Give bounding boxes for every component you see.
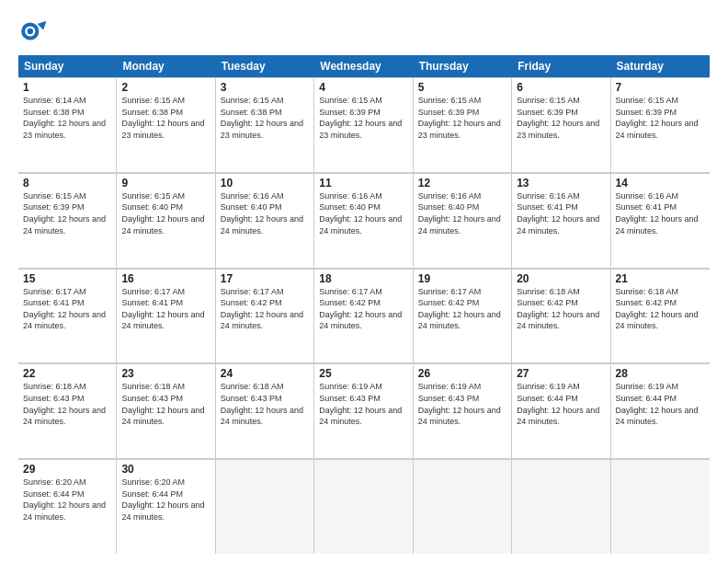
calendar-cell: 21 Sunrise: 6:18 AM Sunset: 6:42 PM Dayl… — [611, 269, 710, 363]
day-number: 11 — [319, 177, 407, 190]
day-number: 28 — [616, 367, 705, 380]
day-info: Sunrise: 6:20 AM Sunset: 6:44 PM Dayligh… — [121, 477, 210, 523]
calendar: SundayMondayTuesdayWednesdayThursdayFrid… — [18, 55, 710, 554]
day-info: Sunrise: 6:18 AM Sunset: 6:42 PM Dayligh… — [517, 286, 605, 332]
day-number: 26 — [418, 367, 506, 380]
day-number: 3 — [221, 81, 309, 94]
day-info: Sunrise: 6:15 AM Sunset: 6:39 PM Dayligh… — [23, 190, 111, 236]
calendar-cell — [216, 459, 314, 554]
logo — [18, 17, 51, 46]
day-info: Sunrise: 6:17 AM Sunset: 6:41 PM Dayligh… — [121, 286, 210, 332]
day-number: 6 — [517, 81, 605, 94]
day-info: Sunrise: 6:16 AM Sunset: 6:41 PM Dayligh… — [616, 190, 705, 236]
day-number: 21 — [616, 272, 705, 285]
calendar-row-5: 29 Sunrise: 6:20 AM Sunset: 6:44 PM Dayl… — [18, 459, 710, 554]
day-info: Sunrise: 6:15 AM Sunset: 6:39 PM Dayligh… — [319, 95, 407, 141]
day-info: Sunrise: 6:18 AM Sunset: 6:42 PM Dayligh… — [616, 286, 705, 332]
calendar-cell: 8 Sunrise: 6:15 AM Sunset: 6:39 PM Dayli… — [18, 173, 117, 268]
day-number: 15 — [23, 272, 111, 285]
day-info: Sunrise: 6:17 AM Sunset: 6:42 PM Dayligh… — [221, 286, 309, 332]
logo-icon — [18, 17, 48, 46]
calendar-cell: 11 Sunrise: 6:16 AM Sunset: 6:40 PM Dayl… — [314, 173, 413, 268]
day-number: 7 — [616, 81, 705, 94]
calendar-cell: 5 Sunrise: 6:15 AM Sunset: 6:39 PM Dayli… — [414, 77, 512, 172]
day-info: Sunrise: 6:15 AM Sunset: 6:39 PM Dayligh… — [418, 95, 506, 141]
day-number: 14 — [616, 177, 705, 190]
calendar-cell: 23 Sunrise: 6:18 AM Sunset: 6:43 PM Dayl… — [117, 363, 215, 458]
calendar-cell: 30 Sunrise: 6:20 AM Sunset: 6:44 PM Dayl… — [117, 459, 215, 554]
header-day-monday: Monday — [117, 55, 215, 77]
calendar-cell: 28 Sunrise: 6:19 AM Sunset: 6:44 PM Dayl… — [611, 363, 710, 458]
day-info: Sunrise: 6:18 AM Sunset: 6:43 PM Dayligh… — [23, 381, 111, 427]
calendar-cell: 29 Sunrise: 6:20 AM Sunset: 6:44 PM Dayl… — [18, 459, 117, 554]
header-day-sunday: Sunday — [18, 55, 117, 77]
header-day-friday: Friday — [512, 55, 610, 77]
header-day-thursday: Thursday — [414, 55, 512, 77]
day-number: 16 — [121, 272, 210, 285]
day-number: 2 — [121, 81, 210, 94]
day-number: 10 — [221, 177, 309, 190]
calendar-cell: 2 Sunrise: 6:15 AM Sunset: 6:38 PM Dayli… — [117, 77, 215, 172]
calendar-cell: 15 Sunrise: 6:17 AM Sunset: 6:41 PM Dayl… — [18, 269, 117, 363]
day-number: 4 — [319, 81, 407, 94]
calendar-cell: 7 Sunrise: 6:15 AM Sunset: 6:39 PM Dayli… — [611, 77, 710, 172]
day-info: Sunrise: 6:16 AM Sunset: 6:40 PM Dayligh… — [221, 190, 309, 236]
day-info: Sunrise: 6:18 AM Sunset: 6:43 PM Dayligh… — [121, 381, 210, 427]
day-number: 27 — [517, 367, 605, 380]
day-number: 25 — [319, 367, 407, 380]
calendar-cell: 3 Sunrise: 6:15 AM Sunset: 6:38 PM Dayli… — [216, 77, 314, 172]
calendar-cell — [512, 459, 610, 554]
calendar-cell — [314, 459, 413, 554]
day-info: Sunrise: 6:17 AM Sunset: 6:42 PM Dayligh… — [319, 286, 407, 332]
day-info: Sunrise: 6:17 AM Sunset: 6:42 PM Dayligh… — [418, 286, 506, 332]
day-number: 19 — [418, 272, 506, 285]
day-number: 5 — [418, 81, 506, 94]
calendar-cell: 14 Sunrise: 6:16 AM Sunset: 6:41 PM Dayl… — [611, 173, 710, 268]
day-info: Sunrise: 6:15 AM Sunset: 6:39 PM Dayligh… — [517, 95, 605, 141]
calendar-cell: 12 Sunrise: 6:16 AM Sunset: 6:40 PM Dayl… — [414, 173, 512, 268]
day-info: Sunrise: 6:17 AM Sunset: 6:41 PM Dayligh… — [23, 286, 111, 332]
calendar-cell: 17 Sunrise: 6:17 AM Sunset: 6:42 PM Dayl… — [216, 269, 314, 363]
calendar-cell: 19 Sunrise: 6:17 AM Sunset: 6:42 PM Dayl… — [414, 269, 512, 363]
day-number: 13 — [517, 177, 605, 190]
day-info: Sunrise: 6:14 AM Sunset: 6:38 PM Dayligh… — [23, 95, 111, 141]
calendar-cell: 27 Sunrise: 6:19 AM Sunset: 6:44 PM Dayl… — [512, 363, 610, 458]
day-number: 17 — [221, 272, 309, 285]
calendar-cell: 26 Sunrise: 6:19 AM Sunset: 6:43 PM Dayl… — [414, 363, 512, 458]
header — [18, 17, 710, 46]
calendar-cell: 20 Sunrise: 6:18 AM Sunset: 6:42 PM Dayl… — [512, 269, 610, 363]
day-info: Sunrise: 6:15 AM Sunset: 6:38 PM Dayligh… — [121, 95, 210, 141]
page: SundayMondayTuesdayWednesdayThursdayFrid… — [0, 0, 728, 563]
day-info: Sunrise: 6:19 AM Sunset: 6:43 PM Dayligh… — [418, 381, 506, 427]
day-number: 18 — [319, 272, 407, 285]
day-info: Sunrise: 6:15 AM Sunset: 6:38 PM Dayligh… — [221, 95, 309, 141]
svg-marker-3 — [38, 21, 47, 30]
calendar-header: SundayMondayTuesdayWednesdayThursdayFrid… — [18, 55, 710, 77]
day-number: 20 — [517, 272, 605, 285]
header-day-wednesday: Wednesday — [314, 55, 413, 77]
day-number: 30 — [121, 463, 210, 476]
day-number: 8 — [23, 177, 111, 190]
day-number: 9 — [121, 177, 210, 190]
calendar-body: 1 Sunrise: 6:14 AM Sunset: 6:38 PM Dayli… — [18, 77, 710, 554]
calendar-cell: 24 Sunrise: 6:18 AM Sunset: 6:43 PM Dayl… — [216, 363, 314, 458]
day-info: Sunrise: 6:15 AM Sunset: 6:39 PM Dayligh… — [616, 95, 705, 141]
calendar-cell — [611, 459, 710, 554]
calendar-row-2: 8 Sunrise: 6:15 AM Sunset: 6:39 PM Dayli… — [18, 173, 710, 269]
svg-point-2 — [28, 29, 33, 34]
day-info: Sunrise: 6:16 AM Sunset: 6:40 PM Dayligh… — [319, 190, 407, 236]
calendar-cell: 6 Sunrise: 6:15 AM Sunset: 6:39 PM Dayli… — [512, 77, 610, 172]
day-info: Sunrise: 6:18 AM Sunset: 6:43 PM Dayligh… — [221, 381, 309, 427]
day-number: 12 — [418, 177, 506, 190]
day-info: Sunrise: 6:20 AM Sunset: 6:44 PM Dayligh… — [23, 477, 111, 523]
day-info: Sunrise: 6:19 AM Sunset: 6:44 PM Dayligh… — [616, 381, 705, 427]
calendar-cell: 13 Sunrise: 6:16 AM Sunset: 6:41 PM Dayl… — [512, 173, 610, 268]
calendar-row-3: 15 Sunrise: 6:17 AM Sunset: 6:41 PM Dayl… — [18, 269, 710, 364]
calendar-cell: 16 Sunrise: 6:17 AM Sunset: 6:41 PM Dayl… — [117, 269, 215, 363]
calendar-cell: 9 Sunrise: 6:15 AM Sunset: 6:40 PM Dayli… — [117, 173, 215, 268]
day-number: 1 — [23, 81, 111, 94]
calendar-cell: 25 Sunrise: 6:19 AM Sunset: 6:43 PM Dayl… — [314, 363, 413, 458]
day-number: 29 — [23, 463, 111, 476]
header-day-tuesday: Tuesday — [216, 55, 314, 77]
calendar-row-4: 22 Sunrise: 6:18 AM Sunset: 6:43 PM Dayl… — [18, 363, 710, 459]
